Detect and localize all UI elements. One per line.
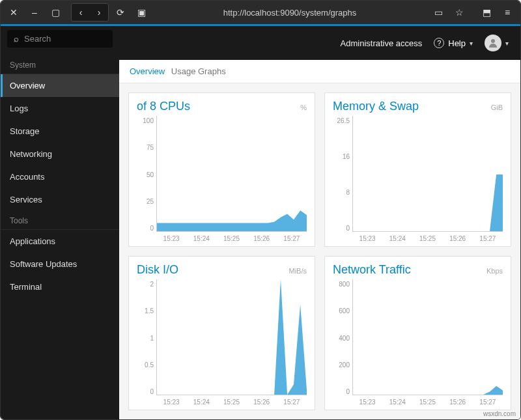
svg-point-0 bbox=[491, 39, 495, 43]
disk-chart: 21.510.5015:2315:2415:2515:2615:27 bbox=[137, 279, 307, 406]
search-input[interactable]: ⌕ Search bbox=[7, 30, 113, 48]
sidebar-item-applications[interactable]: Applications bbox=[1, 230, 119, 253]
sidebar-item-networking[interactable]: Networking bbox=[1, 143, 119, 165]
network-unit: Kbps bbox=[486, 267, 503, 275]
cpu-unit: % bbox=[300, 104, 307, 111]
network-chart: 800600400200015:2315:2415:2515:2615:27 bbox=[333, 279, 503, 406]
svg-marker-2 bbox=[353, 175, 503, 231]
site-info-button[interactable]: ▣ bbox=[132, 4, 150, 21]
sidebar-item-storage[interactable]: Storage bbox=[1, 120, 119, 143]
admin-access-label[interactable]: Administrative access bbox=[341, 38, 423, 48]
browser-titlebar: ✕ – ▢ ‹ › ⟳ ▣ http://localhost:9090/syst… bbox=[1, 1, 520, 24]
help-menu[interactable]: ? Help ▾ bbox=[434, 38, 473, 48]
chevron-down-icon: ▾ bbox=[470, 40, 473, 47]
disk-unit: MiB/s bbox=[289, 267, 307, 275]
memory-title: Memory & Swap bbox=[333, 100, 419, 113]
reload-button[interactable]: ⟳ bbox=[111, 4, 130, 21]
watermark: wsxdn.com bbox=[483, 410, 516, 417]
cpu-chart: 100755025015:2315:2415:2515:2615:27 bbox=[137, 116, 307, 242]
section-tools-label: Tools bbox=[1, 211, 119, 230]
sidebar-item-software-updates[interactable]: Software Updates bbox=[1, 253, 119, 275]
breadcrumb-overview[interactable]: Overview bbox=[130, 66, 165, 76]
memory-card: Memory & Swap GiB 26.5168015:2315:2415:2… bbox=[324, 92, 511, 247]
reader-button[interactable]: ▭ bbox=[429, 4, 447, 21]
help-icon: ? bbox=[434, 38, 444, 48]
sidebar-item-terminal[interactable]: Terminal bbox=[1, 275, 119, 298]
breadcrumb-current: Usage Graphs bbox=[171, 66, 226, 76]
top-header: Administrative access ? Help ▾ ▾ bbox=[119, 26, 520, 60]
url-bar[interactable]: http://localhost:9090/system/graphs bbox=[153, 8, 427, 18]
search-icon: ⌕ bbox=[14, 34, 19, 44]
graphs-grid: of 8 CPUs % 100755025015:2315:2415:2515:… bbox=[119, 83, 520, 419]
cpu-card: of 8 CPUs % 100755025015:2315:2415:2515:… bbox=[128, 92, 315, 247]
window-maximize-button[interactable]: ▢ bbox=[46, 4, 64, 21]
nav-forward-button[interactable]: › bbox=[90, 4, 108, 21]
sidebar: jperkins@ fedora ▾ ⌕ Search System Overv… bbox=[1, 26, 119, 419]
network-card: Network Traffic Kbps 800600400200015:231… bbox=[324, 256, 511, 410]
window-minimize-button[interactable]: – bbox=[25, 4, 44, 21]
svg-marker-1 bbox=[157, 210, 307, 231]
user-menu[interactable]: ▾ bbox=[485, 35, 509, 51]
avatar-icon bbox=[485, 35, 501, 51]
window-close-button[interactable]: ✕ bbox=[5, 4, 23, 21]
section-system-label: System bbox=[1, 55, 119, 74]
sidebar-item-services[interactable]: Services bbox=[1, 188, 119, 211]
nav-back-forward: ‹ › bbox=[71, 3, 109, 21]
svg-marker-3 bbox=[157, 279, 307, 395]
disk-title: Disk I/O bbox=[137, 263, 178, 277]
disk-card: Disk I/O MiB/s 21.510.5015:2315:2415:251… bbox=[128, 256, 315, 410]
sidebar-item-overview[interactable]: Overview bbox=[1, 74, 119, 97]
breadcrumb: Overview Usage Graphs bbox=[119, 60, 520, 83]
bookmark-button[interactable]: ☆ bbox=[450, 4, 468, 21]
menu-button[interactable]: ≡ bbox=[498, 4, 516, 21]
sidebar-item-logs[interactable]: Logs bbox=[1, 97, 119, 120]
help-label: Help bbox=[448, 38, 466, 48]
memory-chart: 26.5168015:2315:2415:2515:2615:27 bbox=[333, 116, 503, 242]
nav-back-button[interactable]: ‹ bbox=[72, 4, 90, 21]
memory-unit: GiB bbox=[491, 104, 503, 111]
cpu-title: of 8 CPUs bbox=[137, 100, 190, 113]
chevron-down-icon: ▾ bbox=[505, 40, 509, 47]
search-placeholder: Search bbox=[24, 34, 51, 44]
download-button[interactable]: ⬒ bbox=[477, 4, 496, 21]
svg-marker-4 bbox=[353, 386, 503, 395]
network-title: Network Traffic bbox=[333, 263, 411, 277]
sidebar-item-accounts[interactable]: Accounts bbox=[1, 165, 119, 188]
